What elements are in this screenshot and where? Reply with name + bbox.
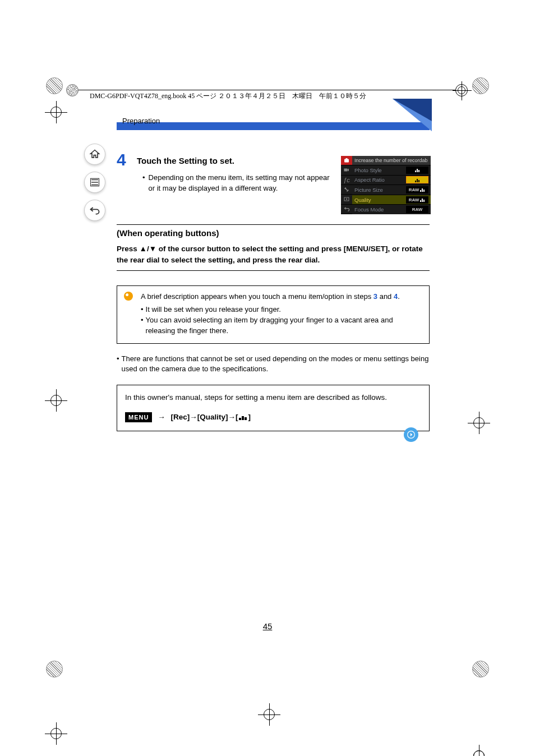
rule <box>117 270 430 271</box>
menu-chip: MENU <box>125 412 152 423</box>
crop-mark <box>468 412 490 434</box>
rule <box>117 224 430 225</box>
header-meta-text: DMC-G6PDF-VQT4Z78_eng.book 45 ページ ２０１３年４… <box>90 91 366 101</box>
page-number: 45 <box>0 621 535 631</box>
crop-mark <box>468 745 490 756</box>
back-icon[interactable] <box>84 200 105 221</box>
tip-box: A brief description appears when you tou… <box>117 285 430 343</box>
header-ornament-right <box>455 84 468 96</box>
step-title: Touch the Setting to set. <box>137 151 234 168</box>
menu-path: MENU → [Rec]→[Quality]→[] <box>125 412 421 423</box>
side-nav <box>84 144 105 221</box>
step-number: 4 <box>117 151 137 168</box>
tip-icon <box>124 292 133 301</box>
continue-arrow-icon[interactable] <box>404 427 418 442</box>
page-content: 4 Touch the Setting to set. •Depending o… <box>117 151 430 431</box>
crop-mark <box>45 101 67 123</box>
step-4: 4 Touch the Setting to set. <box>117 151 430 168</box>
print-ornament <box>472 661 489 677</box>
tip-sub-1: It will be set when you release your fin… <box>146 305 281 315</box>
print-ornament <box>46 661 63 677</box>
summary-intro: In this owner's manual, steps for settin… <box>125 392 421 403</box>
subhead-buttons: (When operating buttons) <box>117 228 430 238</box>
header-ornament-left <box>66 84 79 96</box>
home-icon[interactable] <box>84 144 105 165</box>
quality-icon <box>238 414 248 420</box>
summary-box: In this owner's manual, steps for settin… <box>117 385 430 431</box>
press-paragraph: Press ▲/▼ of the cursor button to select… <box>117 243 430 266</box>
contents-icon[interactable] <box>84 172 105 193</box>
print-ornament <box>472 77 489 94</box>
print-ornament <box>46 77 63 94</box>
svg-rect-0 <box>91 179 98 181</box>
crop-mark <box>45 722 67 745</box>
tip-line-1: A brief description appears when you tou… <box>141 292 421 302</box>
header-rule <box>66 90 465 90</box>
limitation-note: •There are functions that cannot be set … <box>117 354 430 375</box>
step-bullets: •Depending on the menu item, its setting… <box>142 173 336 194</box>
chapter-corner-fold <box>393 99 432 131</box>
crop-mark <box>45 389 67 412</box>
chapter-label: Preparation <box>122 117 160 125</box>
tip-sub-2: You can avoid selecting an item by dragg… <box>146 315 421 336</box>
crop-mark <box>258 703 280 726</box>
chapter-bar <box>117 109 430 130</box>
svg-rect-1 <box>91 182 98 183</box>
step-bullet-text: Depending on the menu item, its setting … <box>149 173 336 194</box>
svg-rect-2 <box>91 185 98 186</box>
